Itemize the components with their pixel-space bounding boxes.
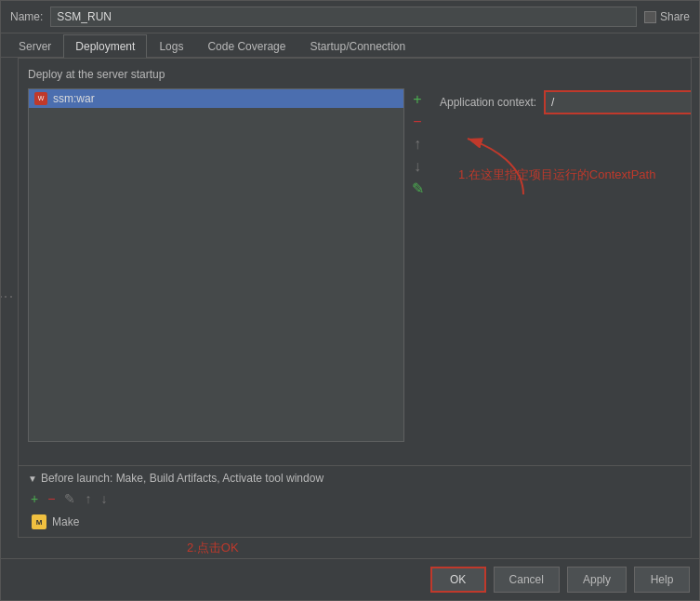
add-icon: + bbox=[31, 491, 38, 506]
left-strip: ⋮ bbox=[1, 58, 10, 538]
artifact-list-container: W ssm:war + − bbox=[28, 88, 430, 456]
move-up-button[interactable]: ↑ bbox=[408, 135, 427, 154]
artifact-item[interactable]: W ssm:war bbox=[29, 89, 403, 108]
bl-remove-button[interactable]: − bbox=[45, 490, 58, 507]
context-input-container: ▼ bbox=[544, 90, 692, 114]
minus-icon: − bbox=[47, 491, 55, 506]
run-configuration-dialog: Name: Share Server Deployment Logs Code … bbox=[0, 0, 700, 601]
bl-edit-button[interactable]: ✎ bbox=[61, 490, 78, 507]
artifact-list[interactable]: W ssm:war bbox=[28, 88, 404, 442]
tab-startup-connection[interactable]: Startup/Connection bbox=[297, 34, 417, 58]
bl-up-button[interactable]: ↑ bbox=[82, 490, 94, 507]
bottom-bar: OK Cancel Apply Help bbox=[1, 558, 699, 600]
inner-panel: Deploy at the server startup W ssm:war bbox=[18, 58, 692, 538]
share-label: Share bbox=[660, 10, 690, 23]
name-label: Name: bbox=[10, 10, 43, 23]
before-launch-header: ▼ Before launch: Make, Build Artifacts, … bbox=[28, 472, 681, 485]
remove-artifact-button[interactable]: − bbox=[408, 113, 427, 131]
annotation1-text: 1.在这里指定项目运行的ContextPath bbox=[458, 167, 655, 183]
bl-down-button[interactable]: ↓ bbox=[98, 490, 110, 507]
ok-button[interactable]: OK bbox=[430, 567, 486, 593]
tab-deployment[interactable]: Deployment bbox=[63, 34, 147, 58]
apply-button[interactable]: Apply bbox=[567, 567, 627, 593]
before-launch-item: M Make bbox=[28, 513, 681, 531]
tab-server[interactable]: Server bbox=[7, 34, 63, 58]
cancel-button[interactable]: Cancel bbox=[494, 567, 560, 593]
share-checkbox[interactable] bbox=[644, 11, 656, 23]
expand-icon[interactable]: ▼ bbox=[28, 474, 37, 484]
up-icon: ↑ bbox=[85, 491, 91, 506]
tab-logs[interactable]: Logs bbox=[147, 34, 195, 58]
before-launch-title: Before launch: Make, Build Artifacts, Ac… bbox=[41, 472, 324, 485]
help-button[interactable]: Help bbox=[634, 567, 690, 593]
annotation2-row: 2.点击OK bbox=[1, 538, 699, 558]
annotation2-text: 2.点击OK bbox=[187, 540, 239, 556]
edit-artifact-button[interactable]: ✎ bbox=[408, 180, 427, 198]
context-input[interactable] bbox=[546, 92, 692, 113]
artifact-name: ssm:war bbox=[53, 92, 95, 105]
bl-add-button[interactable]: + bbox=[28, 490, 41, 507]
deploy-section-label: Deploy at the server startup bbox=[28, 68, 681, 81]
tab-code-coverage[interactable]: Code Coverage bbox=[195, 34, 297, 58]
deploy-body: W ssm:war + − bbox=[28, 88, 681, 456]
context-label: Application context: bbox=[440, 96, 536, 109]
move-down-button[interactable]: ↓ bbox=[408, 157, 427, 176]
resize-handle: ⋮ bbox=[1, 289, 15, 306]
down-icon: ↓ bbox=[100, 491, 107, 506]
before-launch-toolbar: + − ✎ ↑ ↓ bbox=[28, 490, 681, 507]
make-icon: M bbox=[32, 514, 46, 529]
context-panel: Application context: ▼ bbox=[440, 88, 681, 456]
before-launch-section: ▼ Before launch: Make, Build Artifacts, … bbox=[19, 465, 691, 537]
add-artifact-button[interactable]: + bbox=[408, 90, 427, 109]
name-input[interactable] bbox=[50, 7, 637, 27]
war-icon: W bbox=[34, 92, 47, 105]
edit-icon: ✎ bbox=[64, 491, 75, 506]
list-side-buttons: + − ↑ ↓ bbox=[404, 88, 430, 456]
tabs-bar: Server Deployment Logs Code Coverage Sta… bbox=[1, 33, 699, 58]
make-label: Make bbox=[52, 515, 79, 528]
context-row: Application context: ▼ bbox=[440, 90, 681, 114]
annotation-area: 1.在这里指定项目运行的ContextPath bbox=[440, 129, 681, 204]
share-button[interactable]: Share bbox=[644, 10, 690, 23]
deployment-panel: Deploy at the server startup W ssm:war bbox=[19, 59, 691, 465]
artifact-section: W ssm:war + − bbox=[28, 88, 430, 456]
top-bar: Name: Share bbox=[1, 1, 699, 33]
